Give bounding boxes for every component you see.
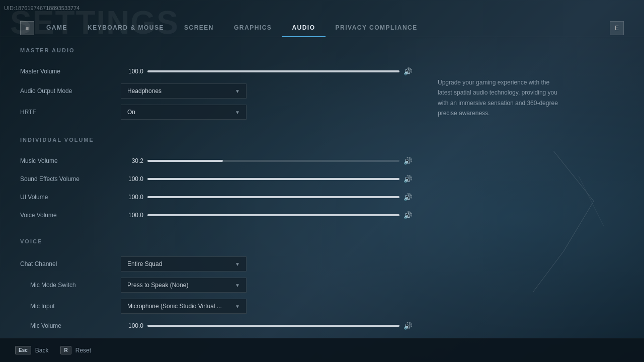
back-key: Esc bbox=[15, 346, 31, 354]
row-voice-volume: Voice Volume 100.0 🔊 bbox=[20, 206, 413, 224]
slider-track-mic-volume[interactable] bbox=[147, 325, 399, 327]
value-mic-volume: 100.0 bbox=[121, 322, 143, 329]
back-button[interactable]: Esc Back bbox=[15, 346, 48, 354]
slider-track-master-volume[interactable] bbox=[147, 70, 399, 72]
label-mic-mode-switch: Mic Mode Switch bbox=[20, 282, 121, 289]
chevron-down-icon-hrtf: ▼ bbox=[235, 110, 240, 115]
slider-sound-effects-volume[interactable]: 🔊 bbox=[147, 175, 413, 183]
chevron-down-icon-mic-mode: ▼ bbox=[235, 283, 240, 288]
right-panel: Upgrade your gaming experience with the … bbox=[423, 47, 564, 332]
row-hrtf: HRTF On ▼ bbox=[20, 102, 413, 123]
mute-icon-music[interactable]: 🔊 bbox=[403, 157, 413, 165]
dropdown-value-chat-channel: Entire Squad bbox=[127, 260, 162, 267]
uid-display: UID:187619746718893533774 bbox=[0, 4, 84, 12]
info-text: Upgrade your gaming experience with the … bbox=[438, 77, 564, 119]
label-hrtf: HRTF bbox=[20, 109, 121, 116]
value-music-volume: 30.2 bbox=[121, 157, 143, 164]
section-master-audio-title: Master Audio bbox=[20, 47, 413, 55]
tab-screen[interactable]: Screen bbox=[174, 19, 224, 37]
dropdown-mic-mode-switch[interactable]: Press to Speak (None) ▼ bbox=[121, 278, 247, 293]
dropdown-chat-channel[interactable]: Entire Squad ▼ bbox=[121, 256, 247, 272]
tab-graphics[interactable]: Graphics bbox=[224, 19, 282, 37]
label-ui-volume: UI Volume bbox=[20, 194, 121, 201]
value-master-volume: 100.0 bbox=[121, 68, 143, 75]
dropdown-value-mic-input: Microphone (Sonic Studio Virtual ... bbox=[127, 303, 222, 310]
reset-key: R bbox=[60, 346, 71, 354]
slider-track-voice-volume[interactable] bbox=[147, 214, 399, 216]
slider-track-sfx-volume[interactable] bbox=[147, 178, 399, 180]
label-chat-channel: Chat Channel bbox=[20, 260, 121, 267]
dropdown-value-audio-output-mode: Headphones bbox=[127, 87, 162, 95]
chevron-down-icon-audio-output: ▼ bbox=[235, 88, 240, 94]
row-master-volume: Master Volume 100.0 🔊 bbox=[20, 62, 413, 80]
dropdown-value-mic-mode: Press to Speak (None) bbox=[127, 282, 188, 289]
label-sound-effects-volume: Sound Effects Volume bbox=[20, 175, 121, 183]
mute-icon-ui[interactable]: 🔊 bbox=[403, 193, 413, 201]
label-audio-output-mode: Audio Output Mode bbox=[20, 87, 121, 95]
reset-button[interactable]: R Reset bbox=[60, 346, 91, 354]
slider-fill-mic-volume bbox=[147, 325, 399, 327]
slider-fill-sfx-volume bbox=[147, 178, 399, 180]
section-voice-title: Voice bbox=[20, 238, 413, 246]
row-chat-channel: Chat Channel Entire Squad ▼ bbox=[20, 253, 413, 275]
content-area: Master Audio Master Volume 100.0 🔊 Audio… bbox=[0, 37, 644, 362]
back-label: Back bbox=[35, 347, 49, 354]
value-sound-effects-volume: 100.0 bbox=[121, 175, 143, 183]
section-individual-volume: Individual Volume Music Volume 30.2 🔊 So… bbox=[20, 137, 413, 224]
label-voice-volume: Voice Volume bbox=[20, 212, 121, 219]
row-mic-mode-switch: Mic Mode Switch Press to Speak (None) ▼ bbox=[20, 275, 413, 296]
value-ui-volume: 100.0 bbox=[121, 194, 143, 201]
mute-icon-sfx[interactable]: 🔊 bbox=[403, 175, 413, 183]
chevron-down-icon-mic-input: ▼ bbox=[235, 304, 240, 309]
slider-master-volume[interactable]: 🔊 bbox=[147, 67, 413, 75]
row-sound-effects-volume: Sound Effects Volume 100.0 🔊 bbox=[20, 170, 413, 188]
row-audio-output-mode: Audio Output Mode Headphones ▼ bbox=[20, 80, 413, 102]
nav-icon-right[interactable]: E bbox=[610, 21, 624, 35]
slider-track-music-volume[interactable] bbox=[147, 160, 399, 162]
section-individual-volume-title: Individual Volume bbox=[20, 137, 413, 145]
slider-music-volume[interactable]: 🔊 bbox=[147, 157, 413, 165]
slider-mic-volume[interactable]: 🔊 bbox=[147, 322, 413, 330]
dropdown-mic-input[interactable]: Microphone (Sonic Studio Virtual ... ▼ bbox=[121, 299, 247, 314]
value-voice-volume: 100.0 bbox=[121, 212, 143, 219]
dropdown-value-hrtf: On bbox=[127, 109, 135, 116]
bottom-bar: Esc Back R Reset bbox=[0, 338, 644, 362]
slider-voice-volume[interactable]: 🔊 bbox=[147, 211, 413, 219]
slider-fill-music-volume bbox=[147, 160, 223, 162]
slider-fill-ui-volume bbox=[147, 196, 399, 198]
mute-icon-master[interactable]: 🔊 bbox=[403, 67, 413, 75]
label-music-volume: Music Volume bbox=[20, 157, 121, 164]
section-voice: Voice Chat Channel Entire Squad ▼ Mic Mo… bbox=[20, 238, 413, 332]
label-master-volume: Master Volume bbox=[20, 68, 121, 75]
reset-label: Reset bbox=[75, 347, 91, 354]
mute-icon-voice[interactable]: 🔊 bbox=[403, 211, 413, 219]
mute-icon-mic[interactable]: 🔊 bbox=[403, 322, 413, 330]
left-panel: Master Audio Master Volume 100.0 🔊 Audio… bbox=[20, 47, 423, 332]
row-ui-volume: UI Volume 100.0 🔊 bbox=[20, 188, 413, 206]
row-mic-volume: Mic Volume 100.0 🔊 bbox=[20, 317, 413, 332]
slider-fill-voice-volume bbox=[147, 214, 399, 216]
dropdown-hrtf[interactable]: On ▼ bbox=[121, 105, 247, 120]
tab-privacy[interactable]: Privacy Compliance bbox=[326, 19, 428, 37]
row-music-volume: Music Volume 30.2 🔊 bbox=[20, 152, 413, 170]
label-mic-volume: Mic Volume bbox=[20, 322, 121, 329]
dropdown-audio-output-mode[interactable]: Headphones ▼ bbox=[121, 83, 247, 99]
label-mic-input: Mic Input bbox=[20, 303, 121, 310]
tab-audio[interactable]: Audio bbox=[282, 19, 325, 37]
slider-ui-volume[interactable]: 🔊 bbox=[147, 193, 413, 201]
slider-track-ui-volume[interactable] bbox=[147, 196, 399, 198]
slider-fill-master-volume bbox=[147, 70, 399, 72]
chevron-down-icon-chat-channel: ▼ bbox=[235, 261, 240, 267]
section-master-audio: Master Audio Master Volume 100.0 🔊 Audio… bbox=[20, 47, 413, 123]
row-mic-input: Mic Input Microphone (Sonic Studio Virtu… bbox=[20, 296, 413, 317]
